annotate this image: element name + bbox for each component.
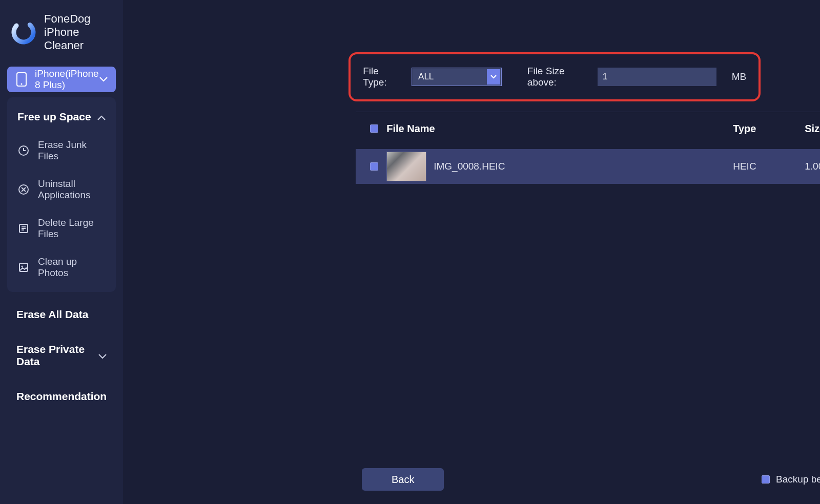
nav-head-label: Recommendation [16,390,107,403]
file-size-label: File Size above: [527,66,582,88]
clock-icon [17,144,30,157]
nav-item-uninstall-applications[interactable]: Uninstall Applications [7,170,116,209]
row-checkbox[interactable] [370,162,378,171]
col-header-size[interactable]: Size [805,123,820,135]
device-selector[interactable]: iPhone(iPhone 8 Plus) [7,67,116,92]
chevron-down-icon [99,75,108,84]
backup-checkbox[interactable] [762,475,770,484]
file-thumbnail [386,152,426,181]
chevron-up-icon [97,111,106,123]
file-type-label: File Type: [363,66,396,88]
nav-item-label: Erase Junk Files [38,139,106,162]
app-logo-icon [11,20,36,45]
select-all-checkbox[interactable] [370,124,378,133]
file-type-value: ALL [418,72,434,82]
nav-head-erase-all-data[interactable]: Erase All Data [0,297,123,332]
nav-head-label: Erase All Data [16,308,88,321]
phone-icon [15,73,28,86]
nav-item-clean-up-photos[interactable]: Clean up Photos [7,248,116,287]
filter-bar: File Type: ALL File Size above: MB [348,52,761,101]
dropdown-arrow-icon [487,69,500,85]
nav-head-label: Free up Space [17,111,91,123]
image-icon [17,261,30,274]
nav-head-erase-private-data[interactable]: Erase Private Data [0,332,123,379]
main-panel: File Type: ALL File Size above: MB File … [123,0,820,504]
svg-point-7 [21,265,23,267]
table-row[interactable]: IMG_0008.HEIC HEIC 1.00 MB [356,149,820,184]
svg-point-0 [11,20,36,45]
file-size-input[interactable] [598,68,716,86]
section-free-up-space: Free up Space Erase Junk Files Uninstall… [7,97,116,292]
app-title: FoneDog iPhone Cleaner [44,12,112,52]
svg-point-2 [21,83,23,85]
backup-label: Backup before erasing [776,474,820,485]
nav-item-delete-large-files[interactable]: Delete Large Files [7,209,116,248]
back-button-label: Back [392,474,414,486]
file-table: File Name Type Size IMG_0008.HEIC HEIC 1… [356,112,820,184]
col-header-type[interactable]: Type [733,123,805,135]
nav-item-label: Delete Large Files [38,217,106,240]
nav-head-label: Erase Private Data [16,343,98,368]
nav-head-recommendation[interactable]: Recommendation [0,379,123,414]
nav-item-erase-junk-files[interactable]: Erase Junk Files [7,131,116,170]
app-window: FoneDog iPhone Cleaner iPhone(iPhone 8 P… [0,0,820,504]
file-type: HEIC [733,161,805,172]
back-button[interactable]: Back [362,468,444,491]
device-label: iPhone(iPhone 8 Plus) [35,68,99,91]
brand: FoneDog iPhone Cleaner [0,0,123,67]
table-header-row: File Name Type Size [356,112,820,145]
nav-item-label: Uninstall Applications [38,178,106,201]
sidebar: FoneDog iPhone Cleaner iPhone(iPhone 8 P… [0,0,123,504]
file-size: 1.00 MB [805,161,820,172]
file-name: IMG_0008.HEIC [434,161,505,172]
file-type-select[interactable]: ALL [412,68,502,86]
chevron-down-icon [98,349,107,362]
close-circle-icon [17,183,30,196]
nav-head-free-up-space[interactable]: Free up Space [7,102,116,131]
file-list-icon [17,222,30,235]
file-size-unit: MB [732,71,747,82]
footer-bar: Back Backup before erasing Erase [362,468,820,491]
nav-item-label: Clean up Photos [38,256,106,279]
col-header-name[interactable]: File Name [386,123,733,135]
backup-before-erasing[interactable]: Backup before erasing [762,474,820,485]
